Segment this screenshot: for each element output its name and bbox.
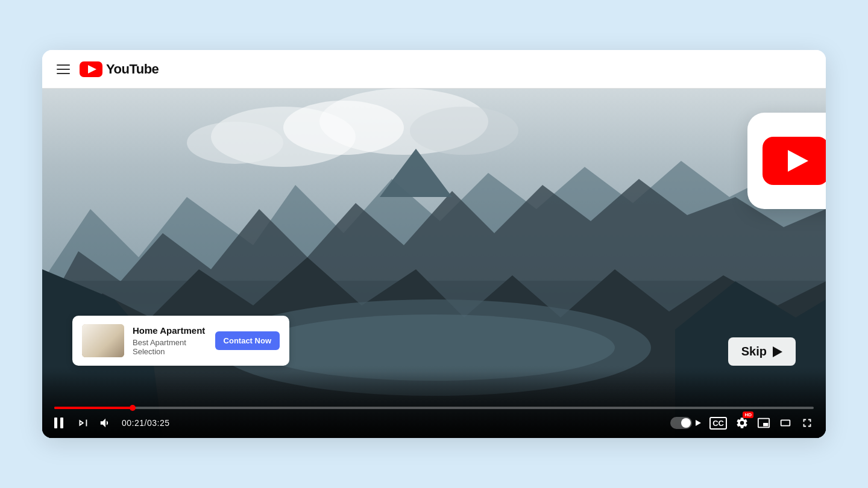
- youtube-logo-icon: [80, 61, 102, 77]
- video-controls: 00:21/03:25 CC: [42, 372, 826, 438]
- skip-label: Skip: [741, 345, 767, 358]
- controls-row: 00:21/03:25 CC: [54, 416, 814, 430]
- controls-right: CC HD: [670, 416, 814, 430]
- ad-subtitle: Best Apartment Selection: [133, 338, 207, 356]
- skip-arrow-icon: [773, 346, 782, 357]
- video-container[interactable]: Home Apartment Best Apartment Selection …: [42, 89, 826, 438]
- ad-info: Home Apartment Best Apartment Selection: [133, 325, 207, 356]
- toggle-thumb: [681, 418, 691, 428]
- progress-fill: [54, 407, 133, 409]
- miniplayer-icon: [757, 416, 770, 430]
- next-button[interactable]: [76, 416, 89, 430]
- youtube-floating-logo-inner: [763, 137, 826, 185]
- volume-button[interactable]: [99, 416, 112, 430]
- settings-gear-icon: [735, 416, 749, 430]
- svg-rect-14: [82, 324, 124, 357]
- theater-icon: [779, 416, 792, 430]
- svg-point-10: [187, 122, 283, 164]
- progress-bar[interactable]: [54, 407, 814, 409]
- svg-rect-22: [115, 347, 117, 352]
- svg-rect-21: [101, 347, 103, 352]
- toggle-track: [670, 417, 692, 429]
- miniplayer-button[interactable]: [757, 416, 770, 430]
- browser-window: YouTube: [42, 50, 826, 438]
- youtube-logo-text: YouTube: [106, 61, 159, 77]
- ad-cta-button[interactable]: Contact Now: [215, 331, 280, 350]
- autoplay-toggle[interactable]: [670, 417, 701, 429]
- svg-rect-17: [87, 328, 99, 339]
- hd-badge: HD: [743, 411, 753, 418]
- youtube-logo[interactable]: YouTube: [80, 61, 159, 77]
- fullscreen-button[interactable]: [800, 416, 814, 430]
- skip-button[interactable]: Skip: [728, 337, 796, 366]
- youtube-floating-logo: [747, 113, 826, 209]
- pause-icon: [54, 416, 66, 430]
- volume-icon: [99, 416, 112, 430]
- svg-marker-13: [380, 149, 452, 197]
- fullscreen-icon: [800, 416, 814, 430]
- ad-title: Home Apartment: [133, 325, 207, 336]
- ad-card: Home Apartment Best Apartment Selection …: [72, 316, 289, 366]
- ad-thumbnail-inner: [82, 324, 124, 357]
- settings-button[interactable]: HD: [735, 416, 749, 430]
- time-display: 00:21/03:25: [122, 418, 169, 428]
- svg-rect-16: [82, 324, 124, 347]
- next-icon: [76, 416, 89, 430]
- pause-button[interactable]: [54, 416, 66, 430]
- svg-point-11: [410, 107, 518, 155]
- youtube-header: YouTube: [42, 50, 826, 89]
- svg-rect-20: [100, 342, 118, 347]
- svg-rect-23: [90, 341, 100, 347]
- ad-thumbnail: [82, 324, 124, 357]
- captions-button[interactable]: CC: [709, 417, 727, 430]
- hamburger-menu-icon[interactable]: [57, 64, 70, 74]
- autoplay-icon: [696, 420, 701, 426]
- svg-rect-15: [82, 347, 124, 357]
- theater-mode-button[interactable]: [779, 416, 792, 430]
